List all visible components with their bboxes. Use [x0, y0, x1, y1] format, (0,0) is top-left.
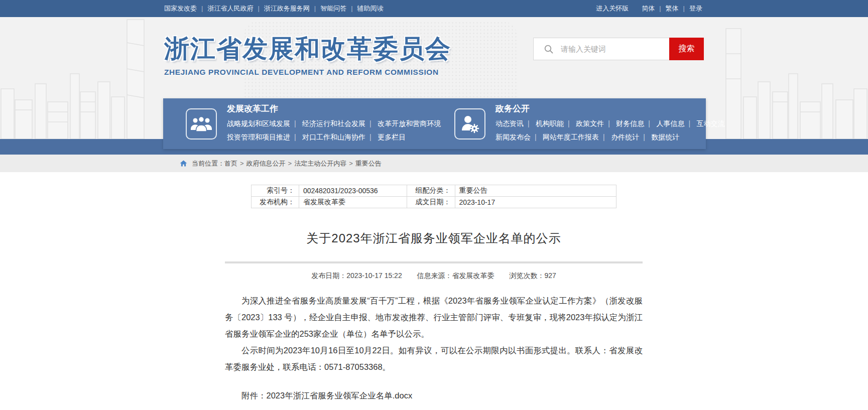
people-group-icon	[186, 108, 217, 140]
doc-category-label: 组配分类：	[407, 185, 455, 197]
doc-category-value: 重要公告	[455, 185, 616, 197]
search-button[interactable]: 搜索	[669, 38, 704, 60]
attachment-label: 附件：	[241, 391, 267, 400]
article-content: 索引号： 002482031/2023-00536 组配分类： 重要公告 发布机…	[225, 185, 643, 410]
nav-link[interactable]: 战略规划和区域发展	[227, 119, 300, 127]
meta-source: 信息来源：省发展改革委	[417, 271, 494, 280]
main-nav-band: 发展改革工作 战略规划和区域发展 经济运行和社会发展 改革开放和营商环境 投资管…	[163, 98, 706, 149]
nav-link[interactable]: 人事信息	[656, 119, 694, 127]
nav-row: 投资管理和项目推进 对口工作和山海协作 更多栏目	[227, 132, 441, 142]
nav-link[interactable]: 投资管理和项目推进	[227, 133, 300, 141]
breadcrumb-items: 首页 政府信息公开 法定主动公开内容 重要公告	[224, 159, 382, 168]
attachment-link[interactable]: 2023年浙江省服务业领军企业名单.docx	[267, 391, 413, 400]
breadcrumb-item-notices[interactable]: 重要公告	[355, 159, 382, 168]
site-logo[interactable]: 浙江省发展和改革委员会 ZHEJIANG PROVINCIAL DEVELOPM…	[164, 35, 451, 77]
breadcrumb-label: 当前位置：	[192, 159, 224, 168]
nav-title-development-reform[interactable]: 发展改革工作	[227, 103, 441, 114]
meta-source-label: 信息来源：	[417, 271, 452, 280]
nav-link[interactable]: 办件统计	[611, 133, 649, 141]
topbar-right-links: 进入关怀版 简体 繁体 登录	[596, 4, 702, 13]
nav-link[interactable]: 互动交流	[696, 119, 724, 127]
breadcrumb-bar: 当前位置： 首页 政府信息公开 法定主动公开内容 重要公告	[0, 155, 868, 172]
nav-section-text: 政务公开 动态资讯 机构职能 政策文件 财务信息 人事信息 互动交流 新闻发布会…	[495, 98, 724, 149]
meta-publish-value: 2023-10-17 15:22	[346, 271, 402, 280]
skyline-art-left	[0, 14, 166, 139]
meta-views-label: 浏览次数：	[509, 271, 544, 280]
lang-traditional-link[interactable]: 繁体	[666, 4, 689, 13]
title-divider	[225, 261, 643, 263]
topbar-link-zj-service[interactable]: 浙江政务服务网	[264, 4, 320, 13]
doc-date-value: 2023-10-17	[455, 197, 616, 208]
doc-agency-value: 省发展改革委	[299, 197, 407, 208]
topbar-link-assist-reading[interactable]: 辅助阅读	[357, 4, 384, 13]
nav-row: 战略规划和区域发展 经济运行和社会发展 改革开放和营商环境	[227, 119, 441, 128]
meta-publish-date: 发布日期：2023-10-17 15:22	[311, 271, 402, 280]
search-input[interactable]	[560, 44, 660, 54]
nav-link[interactable]: 新闻发布会	[495, 133, 541, 141]
breadcrumb: 当前位置： 首页 政府信息公开 法定主动公开内容 重要公告	[180, 159, 382, 168]
meta-views-value: 927	[544, 271, 556, 280]
nav-title-gov-disclosure[interactable]: 政务公开	[495, 103, 724, 114]
topbar-link-zj-gov[interactable]: 浙江省人民政府	[207, 4, 264, 13]
lang-simplified-link[interactable]: 简体	[642, 4, 665, 13]
site-header: 浙江省发展和改革委员会 ZHEJIANG PROVINCIAL DEVELOPM…	[0, 17, 868, 139]
search-icon	[544, 44, 554, 54]
meta-views: 浏览次数：927	[509, 271, 556, 280]
nav-link[interactable]: 网站年度工作报表	[543, 133, 609, 141]
nav-link[interactable]: 数据统计	[651, 133, 679, 141]
skyline-art-right	[702, 14, 868, 139]
meta-source-value: 省发展改革委	[452, 271, 494, 280]
breadcrumb-item-gov-info[interactable]: 政府信息公开	[246, 159, 295, 168]
nav-link[interactable]: 对口工作和山海协作	[302, 133, 376, 141]
page-title: 关于2023年浙江省服务业领军企业名单的公示	[225, 230, 643, 246]
doc-agency-label: 发布机构：	[252, 197, 299, 208]
article-paragraph: 为深入推进全省服务业高质量发展“百千万”工程，根据《2023年省服务业领军企业认…	[225, 293, 643, 342]
nav-link[interactable]: 改革开放和营商环境	[378, 119, 441, 127]
nav-section-text: 发展改革工作 战略规划和区域发展 经济运行和社会发展 改革开放和营商环境 投资管…	[227, 98, 441, 149]
site-subtitle: ZHEJIANG PROVINCIAL DEVELOPMENT AND REFO…	[164, 68, 451, 77]
nav-link[interactable]: 机构职能	[536, 119, 574, 127]
nav-link[interactable]: 动态资讯	[495, 119, 534, 127]
login-link[interactable]: 登录	[689, 4, 702, 13]
doc-index-value: 002482031/2023-00536	[299, 185, 407, 197]
home-icon	[180, 160, 187, 167]
article-paragraph: 公示时间为2023年10月16日至10月22日。如有异议，可以在公示期限内以书面…	[225, 342, 643, 375]
nav-link[interactable]: 经济运行和社会发展	[302, 119, 376, 127]
nav-link[interactable]: 更多栏目	[378, 133, 406, 141]
person-gear-icon	[454, 108, 485, 140]
table-row: 发布机构： 省发展改革委 成文日期： 2023-10-17	[252, 197, 616, 208]
lang-login-group: 简体 繁体 登录	[642, 4, 702, 13]
care-mode-link[interactable]: 进入关怀版	[596, 4, 629, 13]
nav-row: 动态资讯 机构职能 政策文件 财务信息 人事信息 互动交流	[495, 119, 724, 128]
breadcrumb-item-home[interactable]: 首页	[224, 159, 246, 168]
doc-info-table: 索引号： 002482031/2023-00536 组配分类： 重要公告 发布机…	[251, 185, 616, 208]
search-bar: 搜索	[533, 38, 704, 60]
article-body: 为深入推进全省服务业高质量发展“百千万”工程，根据《2023年省服务业领军企业认…	[225, 293, 643, 375]
search-box	[533, 38, 669, 60]
nav-section-gov-disclosure: 政务公开 动态资讯 机构职能 政策文件 财务信息 人事信息 互动交流 新闻发布会…	[454, 98, 724, 149]
nav-link[interactable]: 财务信息	[616, 119, 654, 127]
topbar-left-links: 国家发改委 浙江省人民政府 浙江政务服务网 智能问答 辅助阅读	[164, 4, 384, 13]
doc-index-label: 索引号：	[252, 185, 299, 197]
meta-publish-label: 发布日期：	[311, 271, 346, 280]
article-meta: 发布日期：2023-10-17 15:22 信息来源：省发展改革委 浏览次数：9…	[225, 271, 643, 281]
nav-row: 新闻发布会 网站年度工作报表 办件统计 数据统计	[495, 132, 724, 142]
topbar-link-smart-qa[interactable]: 智能问答	[320, 4, 357, 13]
attachment-row: 附件：2023年浙江省服务业领军企业名单.docx	[225, 390, 643, 401]
site-title: 浙江省发展和改革委员会	[164, 35, 451, 63]
breadcrumb-item-statutory[interactable]: 法定主动公开内容	[294, 159, 355, 168]
table-row: 索引号： 002482031/2023-00536 组配分类： 重要公告	[252, 185, 616, 197]
nav-section-development-reform: 发展改革工作 战略规划和区域发展 经济运行和社会发展 改革开放和营商环境 投资管…	[186, 98, 441, 149]
topbar-link-ndrc[interactable]: 国家发改委	[164, 4, 207, 13]
doc-date-label: 成文日期：	[407, 197, 455, 208]
nav-link[interactable]: 政策文件	[576, 119, 614, 127]
